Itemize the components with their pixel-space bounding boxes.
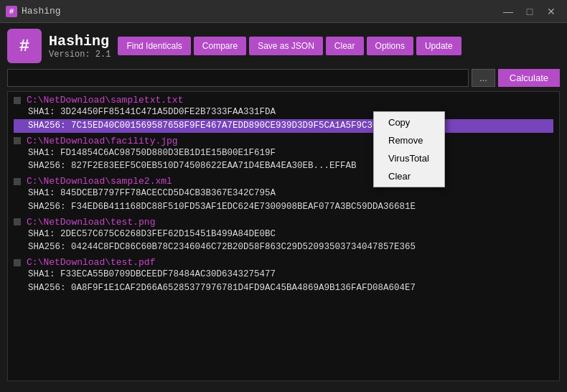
minimize-button[interactable]: — (498, 4, 518, 19)
file-path-icon (14, 137, 21, 144)
save-as-json-button[interactable]: Save as JSON (249, 37, 323, 55)
file-path: C:\NetDownload\test.png (14, 217, 553, 228)
window-title: Hashing (22, 6, 61, 17)
context-menu: CopyRemoveVirusTotalClear (373, 111, 445, 187)
file-path-text: C:\NetDownload\sampletxt.txt (27, 95, 183, 106)
hash-line[interactable]: SHA256: 827F2E83EEF5C0EB510D74508622EAA7… (14, 159, 553, 173)
compare-button[interactable]: Compare (194, 37, 246, 55)
hash-line[interactable]: SHA256: F34ED6B411168DC88F510FD53AF1EDC6… (14, 200, 553, 214)
close-button[interactable]: ✕ (541, 4, 561, 19)
hash-line[interactable]: SHA1: F33ECA55B0709DBCEEDF78484AC30D6343… (14, 268, 553, 281)
file-path-icon (14, 218, 21, 225)
file-path-text: C:\NetDownload\sample2.xml (27, 176, 172, 187)
file-path: C:\NetDownload\facility.jpg (14, 136, 553, 146)
maximize-button[interactable]: □ (520, 4, 540, 19)
file-path-text: C:\NetDownload\test.png (27, 217, 155, 228)
file-entry: C:\NetDownload\test.pdfSHA1: F33ECA55B07… (14, 257, 553, 295)
browse-button[interactable]: ... (472, 69, 495, 87)
header: # Hashing Version: 2.1 Find Identicals C… (0, 23, 567, 91)
hash-line[interactable]: SHA256: 7C15ED40C001569587658F9FE467A7ED… (14, 119, 553, 133)
file-path: C:\NetDownload\sample2.xml (14, 176, 553, 187)
context-menu-item-copy[interactable]: Copy (374, 113, 444, 131)
context-menu-item-virustotal[interactable]: VirusTotal (374, 149, 444, 167)
file-path-text: C:\NetDownload\test.pdf (27, 257, 155, 268)
update-button[interactable]: Update (416, 37, 461, 55)
file-entry: C:\NetDownload\sampletxt.txtSHA1: 3D2445… (14, 95, 553, 133)
app-version: Version: 2.1 (49, 50, 111, 60)
options-button[interactable]: Options (367, 37, 413, 55)
main-content[interactable]: C:\NetDownload\sampletxt.txtSHA1: 3D2445… (7, 91, 560, 381)
clear-button[interactable]: Clear (326, 37, 364, 55)
hash-line[interactable]: SHA256: 04244C8FDC86C60B78C2346046C72B20… (14, 241, 553, 254)
app-name: Hashing (49, 33, 111, 50)
file-path-text: C:\NetDownload\facility.jpg (27, 136, 178, 146)
search-input[interactable] (7, 69, 469, 87)
hash-line[interactable]: SHA1: FD14854C6AC98750D880D3EB1D1E15B00E… (14, 146, 553, 160)
find-identicals-button[interactable]: Find Identicals (118, 37, 190, 55)
app-icon: # (6, 6, 17, 17)
hash-line[interactable]: SHA1: 2DEC57C675C6268D3FEF62D15451B499A8… (14, 228, 553, 241)
file-path-icon (14, 97, 21, 104)
context-menu-item-clear[interactable]: Clear (374, 167, 444, 185)
search-row: ... Calculate (7, 69, 560, 87)
file-path: C:\NetDownload\sampletxt.txt (14, 95, 553, 106)
file-path-icon (14, 178, 21, 185)
calculate-button[interactable]: Calculate (498, 69, 560, 87)
file-path: C:\NetDownload\test.pdf (14, 257, 553, 268)
app-title-block: Hashing Version: 2.1 (49, 33, 111, 60)
app-logo: # (7, 29, 42, 63)
toolbar: Find Identicals Compare Save as JSON Cle… (118, 37, 560, 55)
file-entry: C:\NetDownload\facility.jpgSHA1: FD14854… (14, 136, 553, 174)
title-bar-left: # Hashing (6, 6, 61, 17)
hash-line[interactable]: SHA1: 845DCEB7797FF78ACECCD5D4CB3B367E34… (14, 187, 553, 200)
context-menu-item-remove[interactable]: Remove (374, 131, 444, 149)
header-top: # Hashing Version: 2.1 Find Identicals C… (7, 29, 560, 63)
hash-line[interactable]: SHA1: 3D24450FF85141C471A5DD0FE2B7333FAA… (14, 106, 553, 119)
title-bar: # Hashing — □ ✕ (0, 0, 567, 23)
file-path-icon (14, 259, 21, 266)
file-entry: C:\NetDownload\test.pngSHA1: 2DEC57C675C… (14, 217, 553, 255)
title-bar-controls: — □ ✕ (498, 4, 561, 19)
hash-line[interactable]: SHA256: 0A8F9F1E1CAF2D66A65285377976781D… (14, 281, 553, 295)
file-entry: C:\NetDownload\sample2.xmlSHA1: 845DCEB7… (14, 176, 553, 214)
